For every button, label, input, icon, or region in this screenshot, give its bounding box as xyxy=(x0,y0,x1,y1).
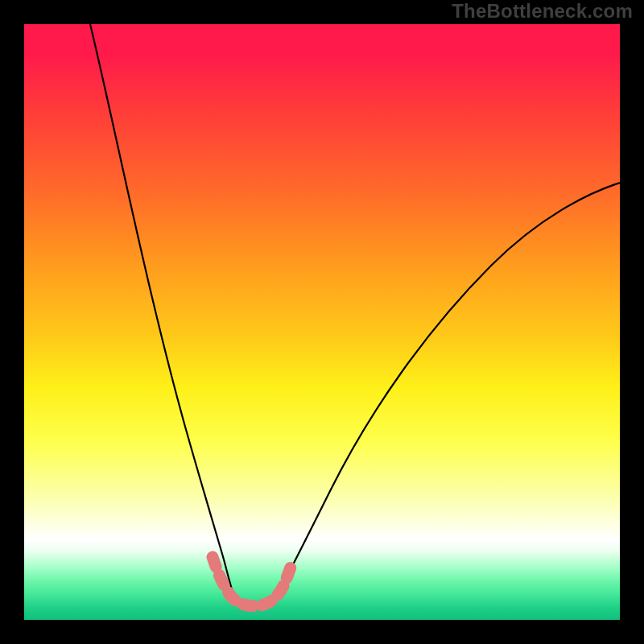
right-curve xyxy=(280,183,620,589)
watermark-text: TheBottleneck.com xyxy=(452,0,633,23)
curve-layer xyxy=(24,24,620,620)
plot-area xyxy=(24,24,620,620)
left-curve xyxy=(90,24,232,589)
chart-frame: TheBottleneck.com xyxy=(0,0,644,644)
